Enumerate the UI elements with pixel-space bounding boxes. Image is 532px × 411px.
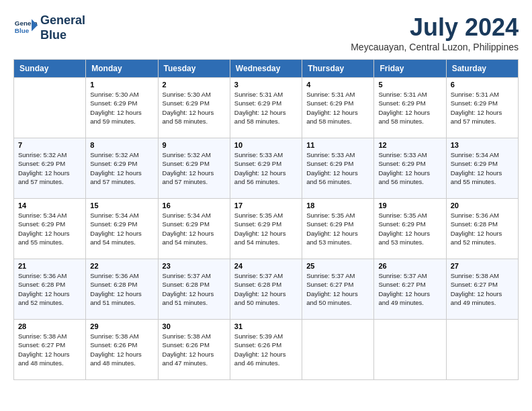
- day-info: Sunrise: 5:36 AM Sunset: 6:28 PM Dayligh…: [18, 271, 81, 307]
- day-info: Sunrise: 5:39 AM Sunset: 6:26 PM Dayligh…: [234, 332, 298, 367]
- day-header-tuesday: Tuesday: [158, 60, 230, 78]
- calendar-cell: 7Sunrise: 5:32 AM Sunset: 6:29 PM Daylig…: [14, 138, 86, 199]
- calendar-cell: 25Sunrise: 5:37 AM Sunset: 6:27 PM Dayli…: [302, 259, 374, 320]
- day-number: 4: [306, 81, 369, 89]
- day-info: Sunrise: 5:32 AM Sunset: 6:29 PM Dayligh…: [163, 150, 226, 186]
- day-info: Sunrise: 5:31 AM Sunset: 6:29 PM Dayligh…: [451, 90, 514, 126]
- calendar-cell: 16Sunrise: 5:34 AM Sunset: 6:29 PM Dayli…: [158, 199, 230, 259]
- calendar-cell: 3Sunrise: 5:31 AM Sunset: 6:29 PM Daylig…: [230, 78, 302, 138]
- calendar-cell: 20Sunrise: 5:36 AM Sunset: 6:28 PM Dayli…: [446, 199, 518, 259]
- day-info: Sunrise: 5:32 AM Sunset: 6:29 PM Dayligh…: [90, 150, 153, 186]
- calendar-cell: [374, 320, 446, 380]
- day-info: Sunrise: 5:34 AM Sunset: 6:29 PM Dayligh…: [163, 211, 226, 246]
- day-info: Sunrise: 5:30 AM Sunset: 6:29 PM Dayligh…: [90, 90, 153, 126]
- day-header-thursday: Thursday: [302, 60, 374, 78]
- calendar-cell: 18Sunrise: 5:35 AM Sunset: 6:29 PM Dayli…: [302, 199, 374, 259]
- calendar-cell: [446, 320, 518, 380]
- calendar-week-row: 1Sunrise: 5:30 AM Sunset: 6:29 PM Daylig…: [14, 78, 519, 138]
- title-area: July 2024 Meycauayan, Central Luzon, Phi…: [351, 13, 519, 52]
- day-number: 10: [234, 141, 298, 149]
- calendar-cell: 6Sunrise: 5:31 AM Sunset: 6:29 PM Daylig…: [446, 78, 518, 138]
- calendar-cell: 1Sunrise: 5:30 AM Sunset: 6:29 PM Daylig…: [86, 78, 158, 138]
- day-info: Sunrise: 5:37 AM Sunset: 6:27 PM Dayligh…: [378, 271, 441, 307]
- day-number: 17: [234, 201, 298, 210]
- calendar-week-row: 28Sunrise: 5:38 AM Sunset: 6:27 PM Dayli…: [14, 320, 519, 380]
- calendar-cell: 14Sunrise: 5:34 AM Sunset: 6:29 PM Dayli…: [14, 199, 86, 259]
- day-info: Sunrise: 5:37 AM Sunset: 6:28 PM Dayligh…: [163, 271, 226, 307]
- day-number: 5: [378, 81, 441, 89]
- day-info: Sunrise: 5:37 AM Sunset: 6:27 PM Dayligh…: [306, 271, 369, 307]
- day-header-sunday: Sunday: [14, 60, 86, 78]
- calendar-cell: 11Sunrise: 5:33 AM Sunset: 6:29 PM Dayli…: [302, 138, 374, 199]
- day-number: 15: [90, 201, 153, 210]
- day-info: Sunrise: 5:38 AM Sunset: 6:26 PM Dayligh…: [163, 332, 226, 367]
- day-number: 30: [163, 322, 226, 330]
- calendar-cell: 21Sunrise: 5:36 AM Sunset: 6:28 PM Dayli…: [14, 259, 86, 320]
- day-number: 24: [234, 262, 298, 270]
- logo-text: General: [40, 13, 85, 28]
- day-info: Sunrise: 5:31 AM Sunset: 6:29 PM Dayligh…: [378, 90, 441, 126]
- day-info: Sunrise: 5:37 AM Sunset: 6:28 PM Dayligh…: [234, 271, 298, 307]
- calendar-cell: 10Sunrise: 5:33 AM Sunset: 6:29 PM Dayli…: [230, 138, 302, 199]
- day-number: 7: [18, 141, 81, 149]
- calendar-header-row: SundayMondayTuesdayWednesdayThursdayFrid…: [14, 60, 519, 78]
- day-info: Sunrise: 5:38 AM Sunset: 6:26 PM Dayligh…: [90, 332, 153, 367]
- logo-icon: General Blue: [13, 16, 38, 40]
- calendar-cell: 9Sunrise: 5:32 AM Sunset: 6:29 PM Daylig…: [158, 138, 230, 199]
- calendar-table: SundayMondayTuesdayWednesdayThursdayFrid…: [13, 59, 519, 380]
- day-number: 28: [18, 322, 81, 330]
- calendar-cell: 26Sunrise: 5:37 AM Sunset: 6:27 PM Dayli…: [374, 259, 446, 320]
- day-info: Sunrise: 5:35 AM Sunset: 6:29 PM Dayligh…: [234, 211, 298, 246]
- day-info: Sunrise: 5:36 AM Sunset: 6:28 PM Dayligh…: [451, 211, 514, 246]
- day-info: Sunrise: 5:33 AM Sunset: 6:29 PM Dayligh…: [378, 150, 441, 186]
- calendar-cell: 19Sunrise: 5:35 AM Sunset: 6:29 PM Dayli…: [374, 199, 446, 259]
- day-header-wednesday: Wednesday: [230, 60, 302, 78]
- calendar-week-row: 14Sunrise: 5:34 AM Sunset: 6:29 PM Dayli…: [14, 199, 519, 259]
- location-subtitle: Meycauayan, Central Luzon, Philippines: [351, 42, 519, 52]
- day-info: Sunrise: 5:31 AM Sunset: 6:29 PM Dayligh…: [306, 90, 369, 126]
- day-number: 26: [378, 262, 441, 270]
- day-info: Sunrise: 5:33 AM Sunset: 6:29 PM Dayligh…: [306, 150, 369, 186]
- day-number: 22: [90, 262, 153, 270]
- day-info: Sunrise: 5:32 AM Sunset: 6:29 PM Dayligh…: [18, 150, 81, 186]
- day-number: 11: [306, 141, 369, 149]
- day-number: 31: [234, 322, 298, 330]
- svg-text:Blue: Blue: [15, 27, 30, 34]
- calendar-cell: 17Sunrise: 5:35 AM Sunset: 6:29 PM Dayli…: [230, 199, 302, 259]
- calendar-cell: 27Sunrise: 5:38 AM Sunset: 6:27 PM Dayli…: [446, 259, 518, 320]
- day-number: 2: [163, 81, 226, 89]
- calendar-cell: 23Sunrise: 5:37 AM Sunset: 6:28 PM Dayli…: [158, 259, 230, 320]
- calendar-week-row: 7Sunrise: 5:32 AM Sunset: 6:29 PM Daylig…: [14, 138, 519, 199]
- day-info: Sunrise: 5:31 AM Sunset: 6:29 PM Dayligh…: [234, 90, 298, 126]
- day-number: 29: [90, 322, 153, 330]
- day-header-friday: Friday: [374, 60, 446, 78]
- day-info: Sunrise: 5:36 AM Sunset: 6:28 PM Dayligh…: [90, 271, 153, 307]
- day-info: Sunrise: 5:34 AM Sunset: 6:29 PM Dayligh…: [90, 211, 153, 246]
- day-header-saturday: Saturday: [446, 60, 518, 78]
- calendar-cell: 15Sunrise: 5:34 AM Sunset: 6:29 PM Dayli…: [86, 199, 158, 259]
- day-number: 12: [378, 141, 441, 149]
- day-info: Sunrise: 5:34 AM Sunset: 6:29 PM Dayligh…: [18, 211, 81, 246]
- calendar-cell: 22Sunrise: 5:36 AM Sunset: 6:28 PM Dayli…: [86, 259, 158, 320]
- day-info: Sunrise: 5:33 AM Sunset: 6:29 PM Dayligh…: [234, 150, 298, 186]
- month-year-title: July 2024: [351, 13, 519, 42]
- day-info: Sunrise: 5:35 AM Sunset: 6:29 PM Dayligh…: [378, 211, 441, 246]
- logo-text-2: Blue: [40, 28, 85, 43]
- logo: General Blue General Blue: [13, 13, 85, 42]
- calendar-cell: 28Sunrise: 5:38 AM Sunset: 6:27 PM Dayli…: [14, 320, 86, 380]
- day-number: 8: [90, 141, 153, 149]
- day-number: 1: [90, 81, 153, 89]
- day-number: 21: [18, 262, 81, 270]
- day-number: 19: [378, 201, 441, 210]
- calendar-cell: [302, 320, 374, 380]
- day-number: 27: [451, 262, 514, 270]
- calendar-cell: 30Sunrise: 5:38 AM Sunset: 6:26 PM Dayli…: [158, 320, 230, 380]
- calendar-week-row: 21Sunrise: 5:36 AM Sunset: 6:28 PM Dayli…: [14, 259, 519, 320]
- calendar-cell: 24Sunrise: 5:37 AM Sunset: 6:28 PM Dayli…: [230, 259, 302, 320]
- day-number: 23: [163, 262, 226, 270]
- calendar-cell: 8Sunrise: 5:32 AM Sunset: 6:29 PM Daylig…: [86, 138, 158, 199]
- calendar-cell: [14, 78, 86, 138]
- day-info: Sunrise: 5:38 AM Sunset: 6:27 PM Dayligh…: [18, 332, 81, 367]
- day-number: 13: [451, 141, 514, 149]
- calendar-cell: 31Sunrise: 5:39 AM Sunset: 6:26 PM Dayli…: [230, 320, 302, 380]
